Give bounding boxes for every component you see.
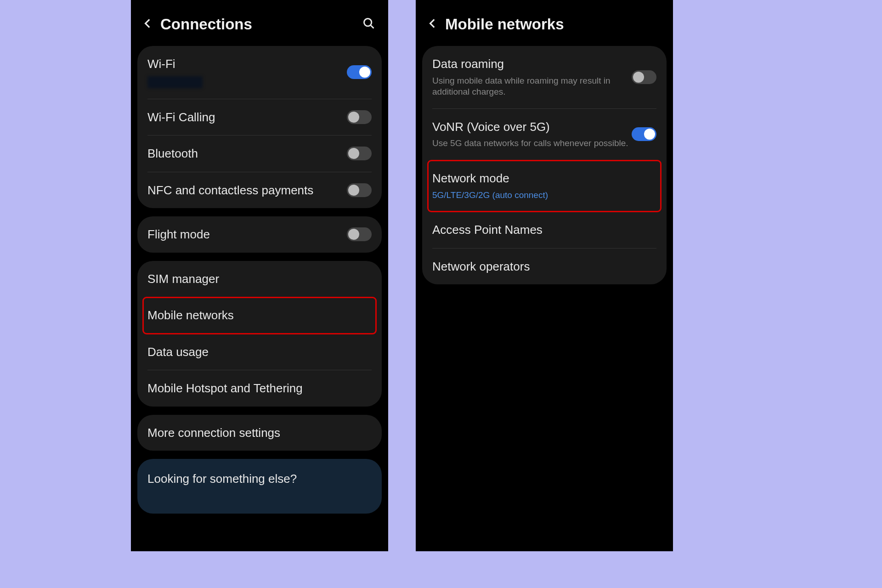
data-roaming-row[interactable]: Data roaming Using mobile data while roa… <box>432 46 656 109</box>
page-title: Mobile networks <box>445 16 660 33</box>
network-mode-label: Network mode <box>432 171 656 186</box>
data-usage-row[interactable]: Data usage <box>147 334 372 371</box>
help-card[interactable]: Looking for something else? <box>137 459 382 514</box>
nfc-label: NFC and contactless payments <box>147 183 347 198</box>
page-title: Connections <box>160 16 356 33</box>
bluetooth-label: Bluetooth <box>147 146 347 161</box>
hotspot-label: Mobile Hotspot and Tethering <box>147 381 372 396</box>
vonr-toggle[interactable] <box>632 127 656 141</box>
vonr-label: VoNR (Voice over 5G) <box>432 119 632 135</box>
flight-mode-toggle[interactable] <box>347 227 372 241</box>
apn-row[interactable]: Access Point Names <box>432 212 656 249</box>
data-roaming-toggle[interactable] <box>632 70 656 84</box>
vonr-row[interactable]: VoNR (Voice over 5G) Use 5G data network… <box>432 109 656 160</box>
wifi-row[interactable]: Wi-Fi <box>147 46 372 99</box>
vonr-sub: Use 5G data networks for calls whenever … <box>432 138 632 149</box>
svg-point-0 <box>364 19 372 26</box>
network-operators-label: Network operators <box>432 259 656 274</box>
more-settings-row[interactable]: More connection settings <box>147 415 372 451</box>
mobile-networks-row[interactable]: Mobile networks <box>143 297 376 334</box>
data-roaming-label: Data roaming <box>432 57 632 72</box>
network-mode-row[interactable]: Network mode 5G/LTE/3G/2G (auto connect) <box>428 160 661 212</box>
wifi-label: Wi-Fi <box>147 57 347 72</box>
more-settings-label: More connection settings <box>147 425 372 441</box>
wifi-calling-row[interactable]: Wi-Fi Calling <box>147 99 372 136</box>
data-usage-label: Data usage <box>147 345 372 360</box>
connections-header: Connections <box>131 0 388 46</box>
search-icon[interactable] <box>362 17 375 32</box>
settings-card-mobile: SIM manager Mobile networks Data usage M… <box>137 261 382 407</box>
back-icon[interactable] <box>427 17 439 31</box>
mobile-networks-card: Data roaming Using mobile data while roa… <box>422 46 667 284</box>
mobile-networks-label: Mobile networks <box>147 308 372 323</box>
network-mode-sub: 5G/LTE/3G/2G (auto connect) <box>432 190 656 201</box>
settings-card-more: More connection settings <box>137 415 382 451</box>
network-operators-row[interactable]: Network operators <box>432 249 656 285</box>
bluetooth-row[interactable]: Bluetooth <box>147 136 372 172</box>
settings-card-wireless: Wi-Fi Wi-Fi Calling Bluetooth NFC and co… <box>137 46 382 208</box>
back-icon[interactable] <box>142 17 154 31</box>
sim-manager-label: SIM manager <box>147 271 372 287</box>
connections-screen: Connections Wi-Fi Wi-Fi Calling Bluetoot… <box>131 0 388 551</box>
hotspot-row[interactable]: Mobile Hotspot and Tethering <box>147 370 372 407</box>
wifi-toggle[interactable] <box>347 65 372 79</box>
settings-card-flight: Flight mode <box>137 216 382 253</box>
svg-line-1 <box>371 25 374 28</box>
mobile-networks-screen: Mobile networks Data roaming Using mobil… <box>416 0 673 551</box>
bluetooth-toggle[interactable] <box>347 147 372 160</box>
data-roaming-sub: Using mobile data while roaming may resu… <box>432 75 632 98</box>
wifi-calling-toggle[interactable] <box>347 110 372 124</box>
apn-label: Access Point Names <box>432 222 656 237</box>
flight-mode-label: Flight mode <box>147 227 347 242</box>
mobile-networks-header: Mobile networks <box>416 0 673 46</box>
wifi-calling-label: Wi-Fi Calling <box>147 110 347 125</box>
sim-manager-row[interactable]: SIM manager <box>147 261 372 298</box>
nfc-row[interactable]: NFC and contactless payments <box>147 172 372 209</box>
help-text: Looking for something else? <box>147 472 372 486</box>
flight-mode-row[interactable]: Flight mode <box>147 216 372 253</box>
nfc-toggle[interactable] <box>347 183 372 197</box>
wifi-network-name-redacted <box>147 76 203 88</box>
